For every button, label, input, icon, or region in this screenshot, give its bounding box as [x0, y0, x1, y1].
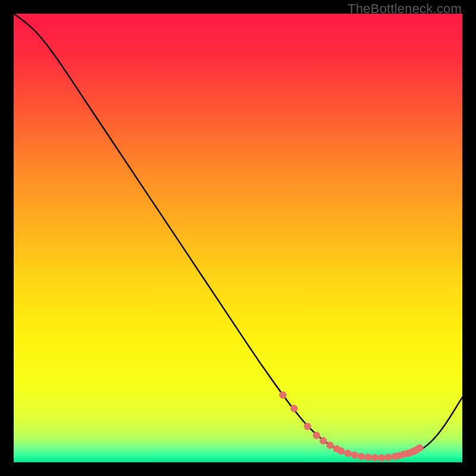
chart-stage: TheBottleneck.com	[0, 0, 476, 476]
data-point	[378, 454, 385, 461]
data-point	[345, 450, 352, 457]
data-point	[358, 453, 365, 460]
data-point	[313, 432, 320, 439]
data-point	[326, 441, 333, 449]
data-point	[416, 444, 423, 452]
data-point	[337, 447, 345, 455]
data-point	[371, 454, 378, 461]
data-point	[320, 437, 327, 444]
data-point	[279, 392, 286, 399]
data-point	[304, 422, 311, 430]
data-point	[364, 453, 371, 461]
gradient-background	[14, 14, 462, 462]
data-point	[384, 454, 392, 461]
data-point	[351, 452, 358, 459]
chart-svg	[14, 14, 462, 462]
plot-area	[14, 14, 462, 462]
data-point	[290, 405, 298, 412]
